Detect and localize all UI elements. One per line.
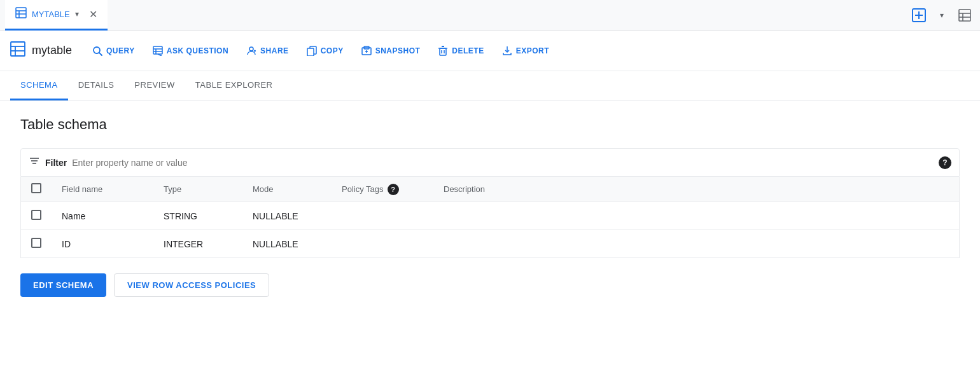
tab-schema-label: SCHEMA [20, 80, 58, 90]
filter-help-icon[interactable]: ? [939, 156, 951, 169]
filter-icon [29, 155, 40, 170]
schema-table: Field name Type Mode Policy Tags ? Descr… [20, 177, 960, 258]
col-header-policy-tags: Policy Tags ? [332, 177, 433, 202]
row-name-description [433, 202, 960, 230]
snapshot-label: SNAPSHOT [375, 46, 421, 55]
bottom-actions: EDIT SCHEMA VIEW ROW ACCESS POLICIES [20, 273, 960, 297]
page-title: mytable [32, 44, 72, 57]
filter-input[interactable] [72, 158, 934, 168]
toolbar: mytable QUERY ASK QUESTION SHARE [0, 31, 980, 71]
tab-preview-label: PREVIEW [134, 80, 174, 90]
row-id-check [21, 230, 52, 258]
delete-button[interactable]: DELETE [430, 42, 491, 60]
tab-dropdown-button[interactable]: ▾ [932, 5, 952, 25]
svg-rect-26 [307, 48, 314, 56]
svg-point-22 [249, 47, 253, 51]
tab-actions: ▾ [909, 5, 975, 25]
tab-close-icon[interactable]: ✕ [89, 8, 97, 20]
select-all-checkbox[interactable] [31, 183, 41, 193]
ask-question-label: ASK QUESTION [167, 46, 228, 55]
table-row: Name STRING NULLABLE [21, 202, 960, 230]
row-name-field: Name [52, 202, 153, 230]
row-name-mode: NULLABLE [242, 202, 332, 230]
col-header-description: Description [433, 177, 960, 202]
copy-button[interactable]: COPY [299, 42, 351, 60]
svg-rect-31 [440, 48, 446, 55]
table-header-row: Field name Type Mode Policy Tags ? Descr… [21, 177, 960, 202]
filter-bar: Filter ? [20, 148, 960, 177]
tab-bar: MYTABLE ▾ ✕ ▾ [0, 0, 980, 31]
tab-preview[interactable]: PREVIEW [124, 71, 185, 100]
svg-line-16 [99, 53, 102, 55]
row-id-description [433, 230, 960, 258]
edit-schema-button[interactable]: EDIT SCHEMA [20, 273, 106, 297]
row-id-mode: NULLABLE [242, 230, 332, 258]
toolbar-title: mytable [10, 41, 72, 60]
copy-label: COPY [321, 46, 344, 55]
share-label: SHARE [260, 46, 289, 55]
col-header-field-name: Field name [52, 177, 153, 202]
tab-details-label: DETAILS [78, 80, 115, 90]
table-row: ID INTEGER NULLABLE [21, 230, 960, 258]
query-label: QUERY [106, 46, 135, 55]
add-tab-button[interactable] [909, 5, 929, 25]
schema-title: Table schema [20, 116, 960, 133]
tab-dropdown-icon[interactable]: ▾ [75, 10, 79, 18]
row-name-check [21, 202, 52, 230]
row-name-policy-tags [332, 202, 433, 230]
svg-rect-11 [11, 42, 25, 56]
row-name-type: STRING [153, 202, 242, 230]
tab-table-explorer[interactable]: TABLE EXPLORER [185, 71, 283, 100]
tab-details[interactable]: DETAILS [68, 71, 125, 100]
tab-schema[interactable]: SCHEMA [10, 71, 68, 100]
row-id-checkbox[interactable] [31, 238, 41, 248]
sub-nav: SCHEMA DETAILS PREVIEW TABLE EXPLORER [0, 71, 980, 101]
table-icon [15, 7, 27, 21]
share-button[interactable]: SHARE [239, 42, 297, 60]
view-row-access-button[interactable]: VIEW ROW ACCESS POLICIES [114, 273, 269, 297]
ask-question-button[interactable]: ASK QUESTION [145, 42, 236, 60]
tab-table-explorer-label: TABLE EXPLORER [195, 80, 273, 90]
row-id-type: INTEGER [153, 230, 242, 258]
export-button[interactable]: EXPORT [494, 42, 557, 60]
tab-mytable[interactable]: MYTABLE ▾ ✕ [5, 0, 108, 31]
col-header-type: Type [153, 177, 242, 202]
row-id-field: ID [52, 230, 153, 258]
toolbar-table-icon [10, 41, 25, 60]
filter-label: Filter [45, 158, 67, 168]
svg-rect-7 [959, 10, 970, 21]
row-name-checkbox[interactable] [31, 210, 41, 220]
tab-table-icon[interactable] [955, 5, 975, 25]
snapshot-button[interactable]: SNAPSHOT [354, 42, 428, 60]
col-header-check [21, 177, 52, 202]
svg-rect-17 [153, 46, 162, 54]
delete-label: DELETE [452, 46, 484, 55]
col-header-mode: Mode [242, 177, 332, 202]
query-button[interactable]: QUERY [85, 42, 143, 60]
export-label: EXPORT [516, 46, 549, 55]
tab-mytable-label: MYTABLE [32, 10, 70, 19]
policy-tags-help-icon[interactable]: ? [388, 184, 399, 195]
row-id-policy-tags [332, 230, 433, 258]
svg-rect-0 [16, 8, 26, 18]
main-content: Table schema Filter ? Field name [0, 101, 980, 312]
